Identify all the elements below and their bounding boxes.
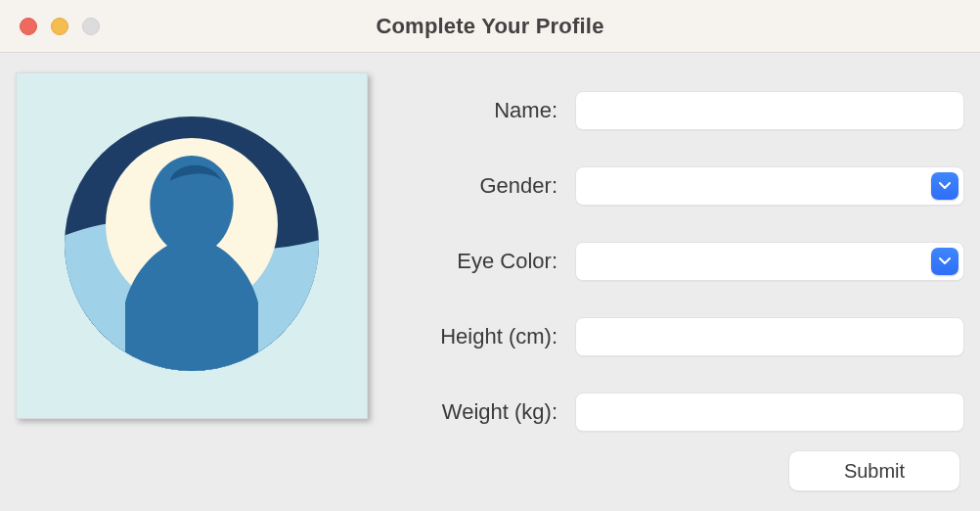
window-controls (20, 18, 100, 35)
window-title: Complete Your Profile (0, 14, 980, 39)
weight-input[interactable] (575, 393, 964, 432)
chevron-down-icon[interactable] (931, 172, 958, 200)
eye-color-label: Eye Color: (379, 249, 575, 274)
minimize-window-button[interactable] (51, 18, 68, 35)
close-window-button[interactable] (20, 18, 37, 35)
gender-select-field[interactable] (575, 166, 964, 206)
row-height: Height (cm): (379, 300, 964, 375)
gender-label: Gender: (379, 173, 575, 199)
profile-avatar-icon (45, 97, 338, 395)
weight-label: Weight (kg): (379, 399, 575, 425)
height-input[interactable] (575, 317, 964, 356)
submit-button[interactable]: Submit (788, 450, 960, 491)
avatar-panel (16, 72, 368, 419)
form-footer: Submit (379, 450, 964, 495)
row-gender: Gender: (379, 148, 964, 223)
height-label: Height (cm): (379, 324, 575, 349)
chevron-down-icon[interactable] (931, 248, 958, 275)
form-panel: Name: Gender: Eye Color: (368, 72, 964, 495)
maximize-window-button (82, 18, 100, 35)
content-area: Name: Gender: Eye Color: (0, 53, 980, 511)
row-name: Name: (379, 72, 964, 148)
row-weight: Weight (kg): (379, 375, 964, 450)
name-input[interactable] (575, 91, 964, 130)
titlebar: Complete Your Profile (0, 0, 980, 53)
row-eye-color: Eye Color: (379, 223, 964, 299)
name-label: Name: (379, 98, 575, 123)
eye-color-select[interactable] (575, 242, 964, 281)
gender-select[interactable] (575, 166, 964, 206)
eye-color-select-field[interactable] (575, 242, 964, 281)
